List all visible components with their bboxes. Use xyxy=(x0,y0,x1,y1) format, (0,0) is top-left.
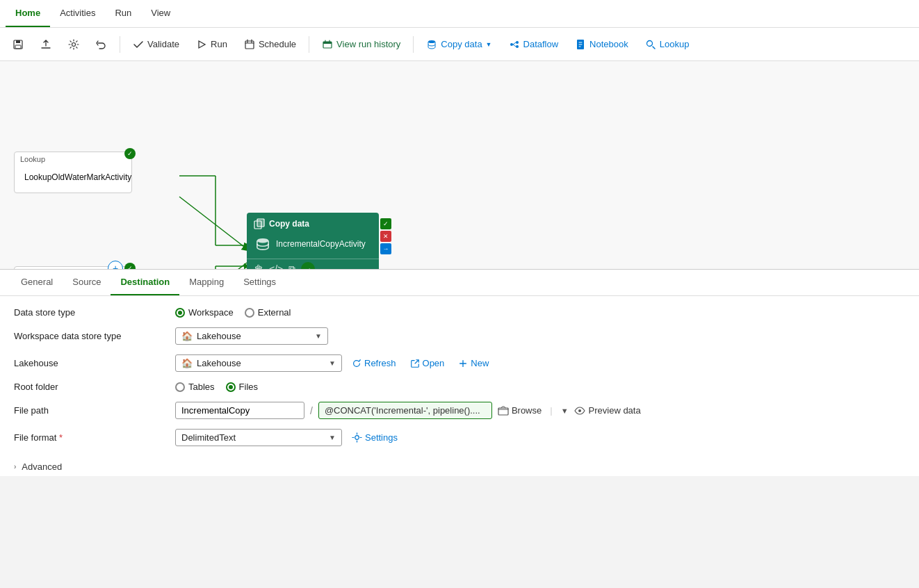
tab-mapping[interactable]: Mapping xyxy=(179,270,234,295)
publish-button[interactable] xyxy=(33,36,58,53)
settings-button[interactable] xyxy=(61,36,86,53)
dropdown-arrow-btn[interactable]: ▼ xyxy=(561,407,569,415)
svg-point-7 xyxy=(428,40,435,43)
success-badge[interactable]: ✓ xyxy=(380,218,391,229)
files-radio-circle xyxy=(226,382,236,392)
lookup2-success-badge: ✓ xyxy=(124,263,136,270)
tab-destination[interactable]: Destination xyxy=(111,270,179,295)
delete-icon[interactable]: 🗑 xyxy=(254,263,263,270)
toolbar-divider-2 xyxy=(309,36,309,53)
copy-activity-icon xyxy=(254,235,272,253)
file-format-arrow: ▼ xyxy=(329,434,336,441)
error-badge[interactable]: ✕ xyxy=(380,231,391,242)
open-icon xyxy=(410,359,420,368)
tab-source[interactable]: Source xyxy=(63,270,111,295)
lookup-toolbar-button[interactable]: Lookup xyxy=(638,36,697,53)
nav-tab-home[interactable]: Home xyxy=(6,0,50,27)
file-path-file-input[interactable] xyxy=(318,402,492,419)
add-activity-button[interactable]: + xyxy=(108,261,123,270)
nav-tab-run[interactable]: Run xyxy=(105,0,141,27)
bottom-panel: General Source Destination Mapping Setti… xyxy=(0,270,919,476)
svg-rect-2 xyxy=(15,45,21,49)
advanced-label: Advanced xyxy=(22,462,62,472)
view-run-history-button[interactable]: View run history xyxy=(315,36,407,53)
file-format-row: File format * DelimitedText ▼ Settings xyxy=(14,429,905,446)
play-icon xyxy=(196,39,207,50)
validate-button[interactable]: Validate xyxy=(126,36,186,53)
clone-icon[interactable]: ⧉ xyxy=(288,263,295,270)
svg-rect-4 xyxy=(245,41,254,49)
toolbar-divider-1 xyxy=(120,36,120,53)
toolbar: Validate Run Schedule View run history xyxy=(0,28,919,61)
dataflow-icon xyxy=(509,39,520,50)
notebook-button[interactable]: Notebook xyxy=(568,36,635,53)
file-path-folder-input[interactable] xyxy=(175,402,304,419)
refresh-button[interactable]: Refresh xyxy=(348,355,400,371)
workspace-data-store-type-row: Workspace data store type 🏠 Lakehouse ▼ xyxy=(14,327,905,345)
schedule-button[interactable]: Schedule xyxy=(237,36,303,53)
file-format-controls: DelimitedText ▼ Settings xyxy=(175,429,402,446)
data-store-type-label: Data store type xyxy=(14,307,167,318)
browse-button[interactable]: Browse xyxy=(498,405,542,416)
workspace-radio[interactable]: Workspace xyxy=(175,307,234,318)
copy-data-button[interactable]: Copy data ▼ xyxy=(419,36,498,53)
lakehouse-controls: 🏠 Lakehouse ▼ Refresh Open xyxy=(175,354,493,372)
connector-lines xyxy=(0,61,919,269)
svg-point-10 xyxy=(516,45,519,48)
file-format-label: File format * xyxy=(14,432,167,443)
undo-button[interactable] xyxy=(89,36,114,53)
dataflow-button[interactable]: Dataflow xyxy=(502,36,566,53)
advanced-section[interactable]: › Advanced xyxy=(0,457,919,476)
save-button[interactable] xyxy=(6,36,31,53)
tables-radio[interactable]: Tables xyxy=(175,382,215,392)
nav-tab-activities[interactable]: Activities xyxy=(50,0,105,27)
calendar-icon xyxy=(244,39,255,50)
files-radio[interactable]: Files xyxy=(226,382,258,392)
lakehouse-select-arrow: ▼ xyxy=(329,359,336,367)
tab-general[interactable]: General xyxy=(11,270,63,295)
path-slash: / xyxy=(310,405,313,416)
copy-data-dropdown-icon: ▼ xyxy=(486,41,492,48)
new-button[interactable]: New xyxy=(454,355,493,371)
publish-icon xyxy=(40,39,51,50)
root-folder-row: Root folder Tables Files xyxy=(14,382,905,392)
required-star: * xyxy=(59,432,63,443)
svg-rect-26 xyxy=(257,219,264,227)
format-settings-button[interactable]: Settings xyxy=(348,430,402,446)
nav-tab-view[interactable]: View xyxy=(141,0,180,27)
lookup-icon xyxy=(645,39,656,50)
lakehouse-select[interactable]: 🏠 Lakehouse ▼ xyxy=(175,354,342,372)
svg-point-30 xyxy=(355,436,359,440)
undo-icon xyxy=(96,39,107,50)
workspace-data-store-type-select[interactable]: 🏠 Lakehouse ▼ xyxy=(175,327,328,345)
lookup1-type-label: Lookup xyxy=(15,152,131,165)
run-button[interactable]: Run xyxy=(189,36,234,53)
copy-activity-box[interactable]: Copy data IncrementalCopyActivity 🗑 </> … xyxy=(247,213,379,270)
workspace-radio-circle xyxy=(175,308,185,318)
top-nav: Home Activities Run View xyxy=(0,0,919,28)
lakehouse-label: Lakehouse xyxy=(14,358,167,368)
browse-icon xyxy=(498,405,509,416)
pipeline-canvas[interactable]: Lookup LookupOldWaterMarkActivity ✓ Look… xyxy=(0,61,919,270)
skip-badge[interactable]: → xyxy=(380,243,391,254)
copy-header-icon xyxy=(254,218,265,229)
go-icon[interactable]: → xyxy=(301,262,315,270)
lakehouse-icon-ws: 🏠 xyxy=(181,331,193,341)
data-store-type-controls: Workspace External xyxy=(175,307,291,318)
destination-form: Data store type Workspace External Works… xyxy=(0,296,919,457)
advanced-chevron: › xyxy=(14,463,16,471)
data-store-type-row: Data store type Workspace External xyxy=(14,307,905,318)
pipe-separator: | xyxy=(550,405,552,416)
svg-point-3 xyxy=(72,42,76,46)
file-format-select[interactable]: DelimitedText ▼ xyxy=(175,429,342,446)
tab-settings[interactable]: Settings xyxy=(234,270,286,295)
svg-point-12 xyxy=(646,40,652,46)
svg-line-14 xyxy=(179,263,247,269)
svg-line-13 xyxy=(179,197,247,249)
external-radio[interactable]: External xyxy=(245,307,291,318)
preview-data-button[interactable]: Preview data xyxy=(574,405,641,416)
lookup1-success-badge: ✓ xyxy=(124,148,136,159)
lookup1-box[interactable]: Lookup LookupOldWaterMarkActivity ✓ xyxy=(14,152,132,193)
open-button[interactable]: Open xyxy=(406,355,449,371)
code-icon[interactable]: </> xyxy=(269,263,283,270)
